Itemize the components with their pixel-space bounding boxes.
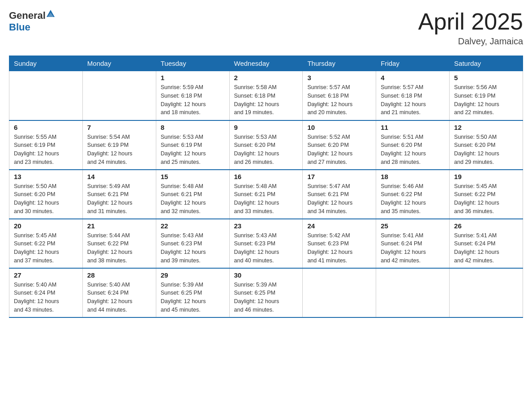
logo: General Blue bbox=[9, 9, 56, 33]
calendar-cell: 13Sunrise: 5:50 AMSunset: 6:20 PMDayligh… bbox=[9, 170, 83, 219]
calendar-cell bbox=[82, 71, 156, 120]
day-info: Sunrise: 5:41 AMSunset: 6:24 PMDaylight:… bbox=[454, 231, 518, 265]
calendar-cell: 18Sunrise: 5:46 AMSunset: 6:22 PMDayligh… bbox=[376, 170, 450, 219]
day-info: Sunrise: 5:59 AMSunset: 6:18 PMDaylight:… bbox=[161, 83, 225, 117]
calendar-week-2: 6Sunrise: 5:55 AMSunset: 6:19 PMDaylight… bbox=[9, 120, 523, 170]
calendar-cell: 11Sunrise: 5:51 AMSunset: 6:20 PMDayligh… bbox=[376, 120, 450, 170]
calendar-week-5: 27Sunrise: 5:40 AMSunset: 6:24 PMDayligh… bbox=[9, 268, 523, 317]
calendar-cell: 3Sunrise: 5:57 AMSunset: 6:18 PMDaylight… bbox=[303, 71, 376, 120]
day-number: 23 bbox=[234, 222, 298, 230]
day-number: 17 bbox=[307, 173, 371, 180]
day-info: Sunrise: 5:39 AMSunset: 6:25 PMDaylight:… bbox=[234, 281, 298, 314]
day-number: 1 bbox=[161, 74, 225, 81]
calendar-cell: 5Sunrise: 5:56 AMSunset: 6:19 PMDaylight… bbox=[450, 71, 523, 120]
day-info: Sunrise: 5:48 AMSunset: 6:21 PMDaylight:… bbox=[234, 182, 298, 216]
calendar-cell: 1Sunrise: 5:59 AMSunset: 6:18 PMDaylight… bbox=[156, 71, 229, 120]
calendar-cell: 16Sunrise: 5:48 AMSunset: 6:21 PMDayligh… bbox=[229, 170, 303, 219]
logo-text: General Blue bbox=[9, 9, 56, 33]
day-number: 15 bbox=[161, 173, 225, 180]
calendar-cell: 17Sunrise: 5:47 AMSunset: 6:21 PMDayligh… bbox=[303, 170, 376, 219]
day-info: Sunrise: 5:50 AMSunset: 6:20 PMDaylight:… bbox=[454, 133, 518, 167]
day-info: Sunrise: 5:54 AMSunset: 6:19 PMDaylight:… bbox=[87, 133, 151, 167]
weekday-header-saturday: Saturday bbox=[450, 56, 523, 71]
day-number: 6 bbox=[14, 124, 78, 131]
day-number: 29 bbox=[161, 271, 225, 279]
calendar-cell: 9Sunrise: 5:53 AMSunset: 6:20 PMDaylight… bbox=[229, 120, 303, 170]
page-header: General Blue April 2025 Dalvey, Jamaica bbox=[9, 9, 523, 47]
day-info: Sunrise: 5:52 AMSunset: 6:20 PMDaylight:… bbox=[307, 133, 371, 167]
calendar-body: 1Sunrise: 5:59 AMSunset: 6:18 PMDaylight… bbox=[9, 71, 523, 317]
calendar-header: SundayMondayTuesdayWednesdayThursdayFrid… bbox=[9, 56, 523, 71]
calendar-cell: 28Sunrise: 5:40 AMSunset: 6:24 PMDayligh… bbox=[82, 268, 156, 317]
day-number: 7 bbox=[87, 124, 151, 131]
day-number: 2 bbox=[234, 74, 298, 81]
day-info: Sunrise: 5:43 AMSunset: 6:23 PMDaylight:… bbox=[161, 231, 225, 265]
calendar-cell bbox=[376, 268, 450, 317]
calendar-cell: 22Sunrise: 5:43 AMSunset: 6:23 PMDayligh… bbox=[156, 219, 229, 268]
weekday-header-tuesday: Tuesday bbox=[156, 56, 229, 71]
page-subtitle: Dalvey, Jamaica bbox=[418, 36, 523, 47]
calendar-cell: 12Sunrise: 5:50 AMSunset: 6:20 PMDayligh… bbox=[450, 120, 523, 170]
calendar-cell: 15Sunrise: 5:48 AMSunset: 6:21 PMDayligh… bbox=[156, 170, 229, 219]
calendar-cell bbox=[303, 268, 376, 317]
day-number: 27 bbox=[14, 271, 78, 279]
day-number: 22 bbox=[161, 222, 225, 230]
day-number: 11 bbox=[381, 124, 445, 131]
day-info: Sunrise: 5:49 AMSunset: 6:21 PMDaylight:… bbox=[87, 182, 151, 216]
page-title: April 2025 bbox=[418, 9, 523, 34]
day-info: Sunrise: 5:55 AMSunset: 6:19 PMDaylight:… bbox=[14, 133, 78, 167]
calendar-week-4: 20Sunrise: 5:45 AMSunset: 6:22 PMDayligh… bbox=[9, 219, 523, 268]
day-number: 5 bbox=[454, 74, 518, 81]
day-info: Sunrise: 5:45 AMSunset: 6:22 PMDaylight:… bbox=[454, 182, 518, 216]
day-number: 18 bbox=[381, 173, 445, 180]
day-info: Sunrise: 5:58 AMSunset: 6:18 PMDaylight:… bbox=[234, 83, 298, 117]
day-number: 30 bbox=[234, 271, 298, 279]
calendar-cell: 19Sunrise: 5:45 AMSunset: 6:22 PMDayligh… bbox=[450, 170, 523, 219]
calendar-cell bbox=[9, 71, 83, 120]
calendar-cell: 7Sunrise: 5:54 AMSunset: 6:19 PMDaylight… bbox=[82, 120, 156, 170]
calendar-cell: 4Sunrise: 5:57 AMSunset: 6:18 PMDaylight… bbox=[376, 71, 450, 120]
title-area: April 2025 Dalvey, Jamaica bbox=[418, 9, 523, 47]
day-info: Sunrise: 5:50 AMSunset: 6:20 PMDaylight:… bbox=[14, 182, 78, 216]
calendar-cell: 27Sunrise: 5:40 AMSunset: 6:24 PMDayligh… bbox=[9, 268, 83, 317]
day-number: 3 bbox=[307, 74, 371, 81]
day-info: Sunrise: 5:40 AMSunset: 6:24 PMDaylight:… bbox=[14, 281, 78, 314]
day-number: 24 bbox=[307, 222, 371, 230]
day-number: 4 bbox=[381, 74, 445, 81]
calendar-cell: 10Sunrise: 5:52 AMSunset: 6:20 PMDayligh… bbox=[303, 120, 376, 170]
calendar-cell: 21Sunrise: 5:44 AMSunset: 6:22 PMDayligh… bbox=[82, 219, 156, 268]
calendar-cell: 14Sunrise: 5:49 AMSunset: 6:21 PMDayligh… bbox=[82, 170, 156, 219]
day-number: 26 bbox=[454, 222, 518, 230]
day-number: 25 bbox=[381, 222, 445, 230]
day-info: Sunrise: 5:47 AMSunset: 6:21 PMDaylight:… bbox=[307, 182, 371, 216]
day-info: Sunrise: 5:48 AMSunset: 6:21 PMDaylight:… bbox=[161, 182, 225, 216]
calendar-week-1: 1Sunrise: 5:59 AMSunset: 6:18 PMDaylight… bbox=[9, 71, 523, 120]
day-info: Sunrise: 5:56 AMSunset: 6:19 PMDaylight:… bbox=[454, 83, 518, 117]
logo-blue: Blue bbox=[9, 21, 30, 33]
calendar-cell: 29Sunrise: 5:39 AMSunset: 6:25 PMDayligh… bbox=[156, 268, 229, 317]
day-number: 28 bbox=[87, 271, 151, 279]
day-number: 13 bbox=[14, 173, 78, 180]
calendar-table: SundayMondayTuesdayWednesdayThursdayFrid… bbox=[9, 56, 523, 318]
calendar-cell: 8Sunrise: 5:53 AMSunset: 6:19 PMDaylight… bbox=[156, 120, 229, 170]
calendar-cell: 23Sunrise: 5:43 AMSunset: 6:23 PMDayligh… bbox=[229, 219, 303, 268]
calendar-cell: 6Sunrise: 5:55 AMSunset: 6:19 PMDaylight… bbox=[9, 120, 83, 170]
day-number: 16 bbox=[234, 173, 298, 180]
day-info: Sunrise: 5:51 AMSunset: 6:20 PMDaylight:… bbox=[381, 133, 445, 167]
day-number: 10 bbox=[307, 124, 371, 131]
calendar-cell: 26Sunrise: 5:41 AMSunset: 6:24 PMDayligh… bbox=[450, 219, 523, 268]
day-info: Sunrise: 5:42 AMSunset: 6:23 PMDaylight:… bbox=[307, 231, 371, 265]
day-number: 8 bbox=[161, 124, 225, 131]
day-number: 20 bbox=[14, 222, 78, 230]
calendar-cell: 20Sunrise: 5:45 AMSunset: 6:22 PMDayligh… bbox=[9, 219, 83, 268]
day-info: Sunrise: 5:53 AMSunset: 6:20 PMDaylight:… bbox=[234, 133, 298, 167]
calendar-cell bbox=[450, 268, 523, 317]
day-info: Sunrise: 5:39 AMSunset: 6:25 PMDaylight:… bbox=[161, 281, 225, 314]
day-info: Sunrise: 5:40 AMSunset: 6:24 PMDaylight:… bbox=[87, 281, 151, 314]
weekday-header-sunday: Sunday bbox=[9, 56, 83, 71]
day-info: Sunrise: 5:57 AMSunset: 6:18 PMDaylight:… bbox=[381, 83, 445, 117]
day-number: 14 bbox=[87, 173, 151, 180]
calendar-week-3: 13Sunrise: 5:50 AMSunset: 6:20 PMDayligh… bbox=[9, 170, 523, 219]
day-info: Sunrise: 5:45 AMSunset: 6:22 PMDaylight:… bbox=[14, 231, 78, 265]
calendar-cell: 30Sunrise: 5:39 AMSunset: 6:25 PMDayligh… bbox=[229, 268, 303, 317]
